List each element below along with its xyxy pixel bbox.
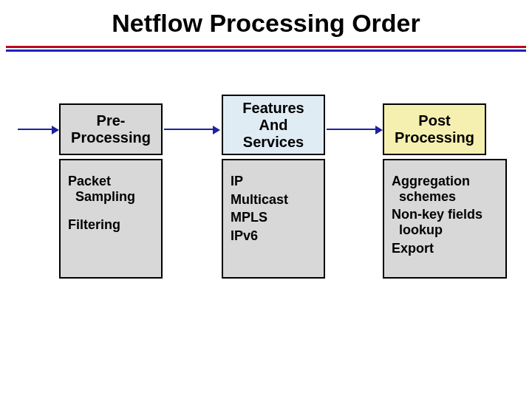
detail-nonkey: Non-key fields lookup [392,207,498,237]
stage-post-processing: Post Processing [383,103,486,155]
stage-post-line1: Post [418,112,450,129]
stage-post-line2: Processing [395,129,474,146]
detail-text: lookup [392,222,498,238]
arrow-into-pre [18,126,59,133]
detail-export: Export [392,241,498,256]
detail-multicast: Multicast [231,192,316,208]
detail-ipv6: IPv6 [231,228,316,244]
detail-text: Packet [68,174,154,189]
detail-filtering: Filtering [68,217,154,233]
stage-features-services: Features And Services [222,95,325,155]
divider-blue [6,50,526,52]
detail-text: Sampling [68,189,154,205]
detail-mpls: MPLS [231,210,316,225]
details-post: Aggregation schemes Non-key fields looku… [383,159,507,279]
detail-ip: IP [231,174,316,189]
arrow-pre-to-feat [164,126,220,133]
stage-pre-processing: Pre- Processing [59,103,163,155]
stage-pre-line1: Pre- [97,112,126,129]
detail-packet-sampling: Packet Sampling [68,174,154,204]
stage-feat-line2: And [259,117,288,134]
details-features: IP Multicast MPLS IPv6 [222,159,325,279]
stage-feat-line3: Services [243,134,304,151]
divider-red [6,46,526,48]
detail-text: schemes [392,189,498,205]
page-title: Netflow Processing Order [0,9,532,38]
detail-text: Aggregation [392,174,498,189]
detail-aggregation: Aggregation schemes [392,174,498,204]
arrow-feat-to-post [327,126,383,133]
stage-feat-line1: Features [242,100,304,117]
details-pre: Packet Sampling Filtering [59,159,163,279]
detail-text: Non-key fields [392,207,498,222]
spacer [68,207,154,217]
stage-pre-line2: Processing [71,129,151,146]
